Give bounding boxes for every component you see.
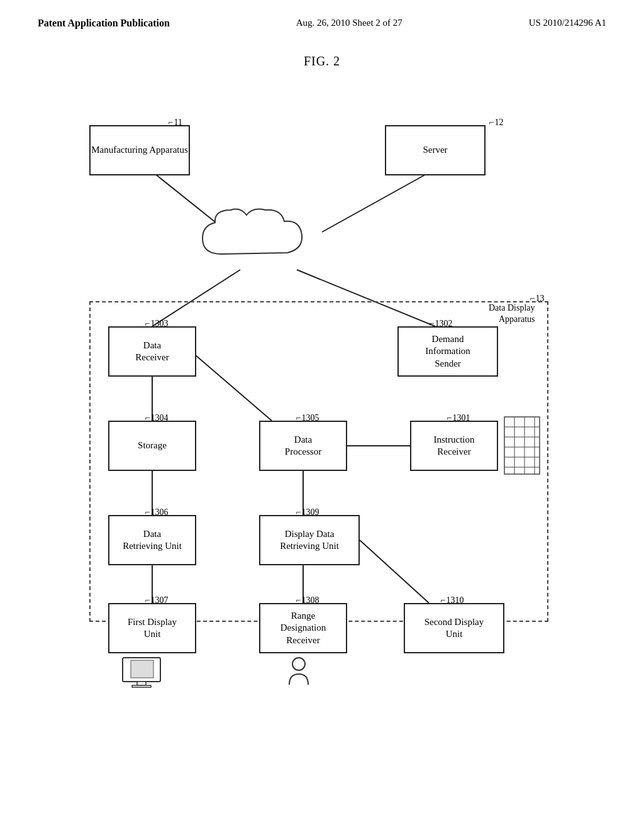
network-cloud: [196, 204, 322, 267]
keyboard-icon: [503, 416, 541, 475]
manufacturing-apparatus-label: Manufacturing Apparatus: [91, 144, 188, 157]
ref-1303: ⌐1303: [145, 319, 168, 329]
ref-1306: ⌐1306: [145, 507, 168, 517]
ref-1302: ⌐1302: [429, 319, 452, 329]
svg-line-1: [322, 169, 435, 232]
data-processor-box: DataProcessor: [259, 421, 347, 471]
ref-1307: ⌐1307: [145, 595, 168, 606]
svg-point-25: [292, 658, 305, 670]
storage-box: Storage: [108, 421, 196, 471]
data-retrieving-unit-label: DataRetrieving Unit: [123, 528, 182, 553]
monitor-icon: [119, 656, 170, 688]
figure-title: FIG. 2: [0, 54, 644, 69]
ref-1305: ⌐1305: [296, 413, 319, 423]
publication-date: Aug. 26, 2010 Sheet 2 of 27: [296, 18, 402, 28]
display-data-retrieving-unit-box: Display DataRetrieving Unit: [259, 515, 360, 565]
diagram-area: Manufacturing Apparatus ⌐11 Server ⌐12 ⌐…: [52, 87, 592, 653]
svg-rect-24: [132, 685, 151, 687]
demand-info-sender-box: DemandInformationSender: [397, 326, 498, 377]
second-display-unit-box: Second DisplayUnit: [404, 603, 504, 653]
data-processor-label: DataProcessor: [285, 434, 321, 458]
first-display-unit-label: First DisplayUnit: [128, 616, 177, 641]
data-receiver-box: DataReceiver: [108, 326, 196, 377]
first-display-unit-box: First DisplayUnit: [108, 603, 196, 653]
ref-1308: ⌐1308: [296, 595, 319, 606]
server-box: Server: [385, 125, 486, 175]
range-designation-receiver-box: RangeDesignationReceiver: [259, 603, 347, 653]
ref-12: ⌐12: [489, 118, 503, 128]
ref-1309: ⌐1309: [296, 507, 319, 517]
publication-title: Patent Application Publication: [38, 18, 170, 29]
data-receiver-label: DataReceiver: [135, 340, 169, 364]
svg-rect-23: [137, 682, 146, 685]
ref-1310: ⌐1310: [440, 595, 464, 606]
manufacturing-apparatus-box: Manufacturing Apparatus: [89, 125, 190, 175]
range-designation-receiver-label: RangeDesignationReceiver: [280, 610, 326, 647]
svg-rect-22: [131, 660, 153, 678]
ref-11: ⌐11: [168, 118, 182, 128]
data-retrieving-unit-box: DataRetrieving Unit: [108, 515, 196, 565]
user-icon: [283, 656, 314, 688]
ref-1304: ⌐1304: [145, 413, 168, 423]
demand-info-sender-label: DemandInformationSender: [425, 333, 470, 370]
storage-label: Storage: [138, 440, 167, 452]
instruction-receiver-label: InstructionReceiver: [434, 434, 475, 458]
second-display-unit-label: Second DisplayUnit: [425, 616, 484, 641]
patent-number: US 2010/214296 A1: [529, 18, 606, 28]
ref-1301: ⌐1301: [447, 413, 470, 423]
server-label: Server: [423, 144, 447, 157]
display-data-retrieving-unit-label: Display DataRetrieving Unit: [280, 528, 339, 553]
data-display-apparatus-label: Data DisplayApparatus: [489, 302, 535, 325]
instruction-receiver-box: InstructionReceiver: [410, 421, 498, 471]
page-header: Patent Application Publication Aug. 26, …: [0, 0, 644, 29]
